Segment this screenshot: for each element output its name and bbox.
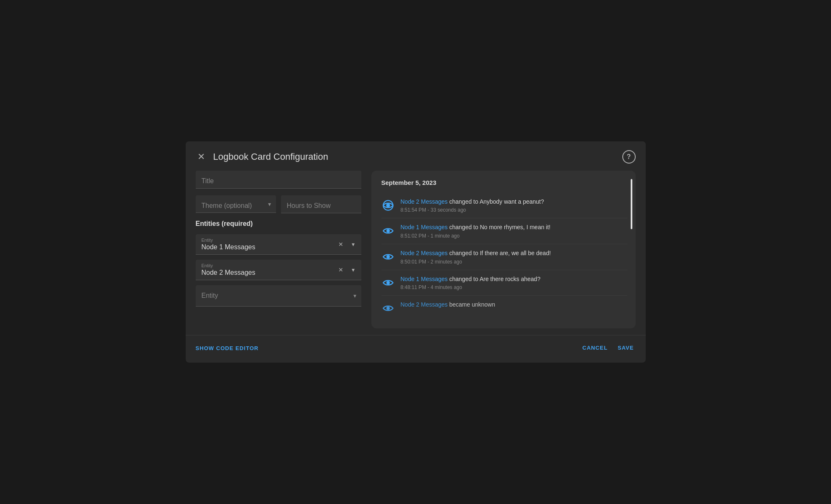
- logbook-entry-2-time: 8:51:02 PM - 1 minute ago: [401, 233, 627, 239]
- entity-row-3: Entity ▾: [196, 285, 361, 307]
- logbook-entry-5: Node 2 Messages became unknown: [381, 296, 627, 320]
- logbook-entry-4-message: Node 1 Messages changed to Are there roc…: [401, 275, 627, 284]
- logbook-entry-1-text: Node 2 Messages changed to Anybody want …: [401, 198, 627, 213]
- entity-1-value: Node 1 Messages: [202, 243, 256, 251]
- logbook-entry-1-time: 8:51:54 PM - 33 seconds ago: [401, 207, 627, 213]
- entity-2-label: Entity: [202, 263, 256, 268]
- logbook-entry-1-message: Node 2 Messages changed to Anybody want …: [401, 198, 627, 206]
- logbook-entry-4-time: 8:48:11 PM - 4 minutes ago: [401, 284, 627, 290]
- entity-1-expand-button[interactable]: ▾: [350, 239, 356, 249]
- hours-field-wrapper: [281, 195, 361, 213]
- entity-1-label: Entity: [202, 238, 256, 243]
- hours-input[interactable]: [281, 195, 361, 213]
- logbook-entry-4-entity: Node 1 Messages: [401, 276, 448, 282]
- entity-2-value: Node 2 Messages: [202, 269, 256, 276]
- help-button[interactable]: ?: [622, 150, 636, 164]
- theme-hours-row: Theme (optional) ▾: [196, 195, 361, 213]
- entity-1-actions: ✕ ▾: [337, 239, 356, 249]
- entity-2-expand-button[interactable]: ▾: [350, 265, 356, 275]
- entity-1-content: Entity Node 1 Messages: [202, 238, 256, 251]
- logbook-entry-5-message: Node 2 Messages became unknown: [401, 301, 627, 309]
- save-button[interactable]: SAVE: [616, 341, 636, 354]
- eye-icon-4: [381, 276, 395, 289]
- svg-point-2: [386, 204, 389, 207]
- entity-1-clear-button[interactable]: ✕: [337, 239, 345, 249]
- logbook-entry-4-text: Node 1 Messages changed to Are there roc…: [401, 275, 627, 291]
- entity-3-label: Entity: [202, 292, 218, 299]
- entity-2-clear-button[interactable]: ✕: [337, 265, 345, 275]
- entity-2-content: Entity Node 2 Messages: [202, 263, 256, 276]
- close-icon: ✕: [197, 151, 205, 162]
- dialog-content: Theme (optional) ▾ Entities (required) E…: [186, 171, 646, 335]
- svg-point-5: [386, 281, 389, 284]
- logbook-preview-panel: September 5, 2023 Node 2 Mes: [371, 171, 636, 328]
- entities-section-title: Entities (required): [196, 220, 361, 228]
- logbook-entry-2-entity: Node 1 Messages: [401, 224, 448, 230]
- cancel-button[interactable]: CANCEL: [580, 341, 609, 354]
- logbook-entry-3-text: Node 2 Messages changed to If there are,…: [401, 249, 627, 265]
- svg-point-4: [386, 255, 389, 258]
- entity-2-actions: ✕ ▾: [337, 265, 356, 275]
- eye-icon-2: [381, 224, 395, 238]
- footer-right: CANCEL SAVE: [580, 341, 635, 354]
- logbook-card-configuration-dialog: ✕ Logbook Card Configuration ? Theme (op…: [186, 141, 646, 363]
- title-field-group: [196, 171, 361, 189]
- show-code-editor-button[interactable]: SHOW CODE EDITOR: [196, 345, 259, 351]
- header-left: ✕ Logbook Card Configuration: [196, 150, 328, 164]
- logbook-entry-4: Node 1 Messages changed to Are there roc…: [381, 270, 627, 296]
- logbook-entry-3-message: Node 2 Messages changed to If there are,…: [401, 249, 627, 258]
- dialog-footer: SHOW CODE EDITOR CANCEL SAVE: [186, 335, 646, 363]
- entity-row-2: Entity Node 2 Messages ✕ ▾: [196, 260, 361, 280]
- logbook-scroll[interactable]: Node 2 Messages changed to Anybody want …: [381, 193, 636, 320]
- logbook-entry-2-message: Node 1 Messages changed to No more rhyme…: [401, 223, 627, 232]
- logbook-entry-3: Node 2 Messages changed to If there are,…: [381, 244, 627, 270]
- logbook-entry-1-change: changed to Anybody want a peanut?: [447, 198, 544, 205]
- logbook-entry-3-change: changed to If there are, we all be dead!: [447, 250, 551, 256]
- logbook-entry-3-entity: Node 2 Messages: [401, 250, 448, 256]
- logbook-entry-2-text: Node 1 Messages changed to No more rhyme…: [401, 223, 627, 239]
- help-icon: ?: [627, 153, 631, 161]
- svg-point-3: [386, 229, 389, 233]
- logbook-entry-4-change: changed to Are there rocks ahead?: [447, 276, 540, 282]
- footer-left: SHOW CODE EDITOR: [196, 344, 259, 352]
- logbook-entry-5-entity: Node 2 Messages: [401, 301, 448, 308]
- entity-3-expand-button[interactable]: ▾: [353, 292, 356, 299]
- logbook-entry-1-entity: Node 2 Messages: [401, 198, 448, 205]
- dialog-header: ✕ Logbook Card Configuration ?: [186, 141, 646, 171]
- eye-icon-5: [381, 302, 395, 315]
- dialog-title: Logbook Card Configuration: [213, 151, 328, 162]
- eye-icon-3: [381, 250, 395, 264]
- logbook-entry-2: Node 1 Messages changed to No more rhyme…: [381, 218, 627, 244]
- theme-select-wrapper: Theme (optional) ▾: [196, 195, 276, 213]
- logbook-entry-5-change: became unknown: [447, 301, 495, 308]
- logbook-date: September 5, 2023: [381, 179, 636, 186]
- logbook-entry-1: Node 2 Messages changed to Anybody want …: [381, 193, 627, 219]
- theme-select[interactable]: Theme (optional): [196, 195, 276, 213]
- entity-row-1: Entity Node 1 Messages ✕ ▾: [196, 234, 361, 255]
- left-panel: Theme (optional) ▾ Entities (required) E…: [196, 171, 371, 328]
- close-button[interactable]: ✕: [196, 150, 207, 164]
- eye-icon-1: [381, 199, 395, 212]
- logbook-entry-2-change: changed to No more rhymes, I mean it!: [447, 224, 550, 230]
- title-input[interactable]: [196, 171, 361, 189]
- logbook-entry-5-text: Node 2 Messages became unknown: [401, 301, 627, 309]
- svg-point-6: [386, 307, 389, 310]
- logbook-entry-3-time: 8:50:01 PM - 2 minutes ago: [401, 259, 627, 265]
